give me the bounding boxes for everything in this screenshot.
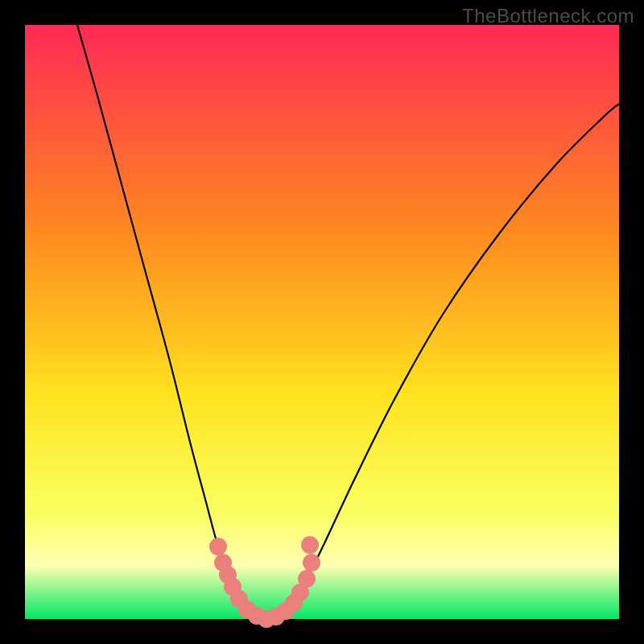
bottleneck-chart bbox=[0, 0, 644, 644]
highlight-dot bbox=[209, 538, 227, 555]
highlight-dot bbox=[303, 554, 320, 572]
highlight-dot bbox=[298, 570, 316, 588]
highlight-dot bbox=[301, 536, 319, 554]
plot-background bbox=[25, 25, 619, 619]
chart-stage: TheBottleneck.com bbox=[0, 0, 644, 644]
watermark-text: TheBottleneck.com bbox=[462, 5, 634, 27]
